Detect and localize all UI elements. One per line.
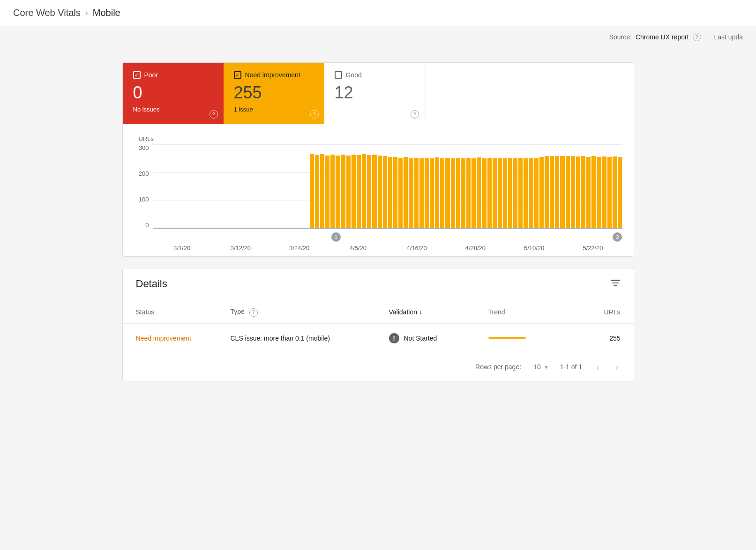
col-type[interactable]: Type ? (231, 308, 383, 317)
col-validation[interactable]: Validation ↓ (389, 308, 483, 316)
prev-page-button[interactable]: ‹ (594, 362, 601, 372)
rows-per-page-select[interactable]: 10 ▾ (533, 363, 548, 371)
breadcrumb-root[interactable]: Core Web Vitals (13, 7, 81, 18)
col-status[interactable]: Status (136, 308, 225, 316)
source-link[interactable]: Chrome UX report (636, 33, 689, 41)
row-urls: 255 (578, 334, 621, 342)
page-range: 1-1 of 1 (560, 363, 582, 371)
row-validation: ! Not Started (389, 333, 483, 343)
chart-marker[interactable]: 2 (613, 232, 622, 242)
summary-count: 255 (234, 84, 314, 101)
checkbox-checked-icon: ✓ (133, 71, 141, 79)
row-type: CLS issue: more than 0.1 (mobile) (231, 334, 383, 342)
overview-card: ✓ Poor 0 No issues ? ✓ Need improvement … (122, 62, 634, 257)
filter-icon[interactable] (610, 280, 621, 288)
help-icon[interactable]: ? (249, 308, 258, 317)
help-icon[interactable]: ? (310, 110, 319, 119)
summary-label: Need improvement (245, 71, 300, 79)
source-label: Source: (609, 33, 632, 41)
summary-subtext: 1 issue (234, 106, 314, 113)
breadcrumb: Core Web Vitals › Mobile (0, 0, 756, 26)
last-updated-label: Last upda (714, 33, 743, 41)
chart-x-axis: 3/1/203/12/203/24/204/5/204/16/204/28/20… (153, 245, 622, 252)
summary-label: Good (346, 71, 362, 79)
col-urls[interactable]: URLs (578, 308, 621, 316)
breadcrumb-leaf: Mobile (93, 7, 120, 18)
table-header: Status Type ? Validation ↓ Trend URLs (123, 294, 634, 324)
help-icon[interactable]: ? (210, 110, 218, 119)
details-title: Details (136, 278, 167, 290)
help-icon[interactable]: ? (693, 33, 701, 41)
details-card: Details Status Type ? Validation ↓ Trend… (122, 268, 634, 381)
row-trend (488, 334, 573, 342)
summary-row: ✓ Poor 0 No issues ? ✓ Need improvement … (123, 63, 634, 124)
chart: URLs 3002001000 12 3/1/203/12/203/24/204… (123, 124, 634, 256)
col-trend[interactable]: Trend (488, 308, 573, 316)
chart-marker[interactable]: 1 (331, 232, 341, 242)
summary-count: 12 (335, 84, 414, 101)
rows-per-page-label: Rows per page: (475, 363, 521, 371)
checkbox-checked-icon: ✓ (234, 71, 241, 79)
summary-count: 0 (133, 84, 213, 101)
summary-card-need-improvement[interactable]: ✓ Need improvement 255 1 issue ? (224, 63, 324, 124)
checkbox-unchecked-icon (335, 71, 342, 79)
chart-y-axis: 3002001000 (134, 144, 153, 229)
meta-bar: Source: Chrome UX report ? Last upda (0, 26, 756, 48)
pagination: Rows per page: 10 ▾ 1-1 of 1 ‹ › (123, 353, 634, 381)
next-page-button[interactable]: › (614, 362, 621, 372)
arrow-down-icon: ↓ (419, 308, 422, 316)
summary-card-poor[interactable]: ✓ Poor 0 No issues ? (123, 63, 224, 124)
summary-subtext: No issues (133, 106, 213, 113)
sparkline-icon (488, 334, 526, 342)
summary-label: Poor (144, 71, 158, 79)
row-status: Need improvement (136, 334, 225, 342)
summary-card-good[interactable]: Good 12 ? (324, 63, 425, 124)
exclaim-icon: ! (389, 333, 399, 343)
chart-y-title: URLs (139, 135, 622, 142)
chevron-right-icon: › (85, 8, 88, 18)
table-row[interactable]: Need improvement CLS issue: more than 0.… (123, 324, 634, 353)
dropdown-icon: ▾ (545, 363, 548, 371)
chart-plot[interactable]: 12 (153, 144, 622, 229)
help-icon[interactable]: ? (411, 110, 419, 119)
